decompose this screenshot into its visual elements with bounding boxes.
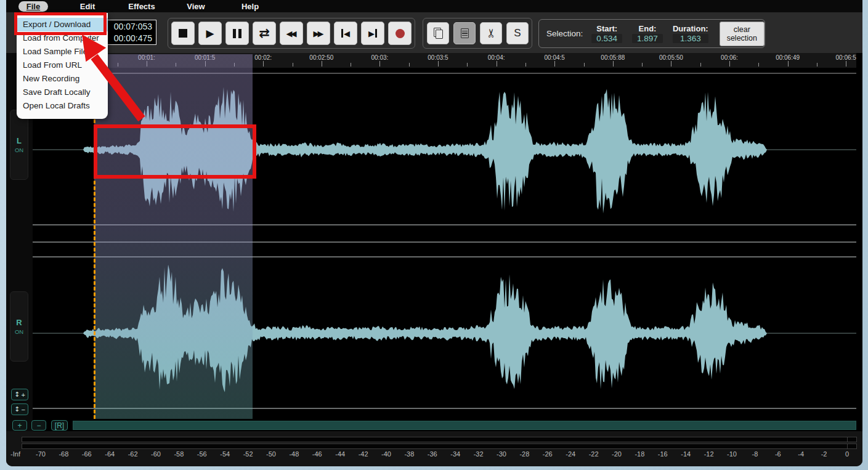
- menu-effects[interactable]: Effects: [115, 2, 169, 11]
- level-meter: -Inf-70-68-66-64-62-60-58-56-54-52-50-48…: [6, 431, 862, 466]
- zoom-out-button[interactable]: −: [31, 420, 46, 431]
- zoom-in-button[interactable]: +: [12, 420, 27, 431]
- trim-button[interactable]: S: [506, 22, 529, 44]
- ruler-minor-tick: [700, 63, 701, 67]
- meter-db-label: -24: [566, 450, 575, 458]
- ruler-minor-tick: [467, 63, 468, 67]
- channel-left-label: L: [17, 136, 22, 145]
- ruler-minor-tick: [234, 63, 235, 67]
- zoom-reset-button[interactable]: [R]: [51, 420, 68, 431]
- vertical-zoom-in-button[interactable]: ↕ +: [11, 389, 28, 400]
- ruler-major-tick: [613, 61, 614, 67]
- fast-forward-icon: ▶▶: [315, 30, 322, 38]
- meter-db-label: -40: [381, 450, 391, 458]
- v-arrows-icon: ↕: [14, 391, 20, 399]
- ruler-major-tick: [379, 61, 380, 67]
- meter-db-label: -16: [658, 450, 668, 458]
- channel-strip-left[interactable]: L ON: [10, 110, 28, 180]
- meter-db-label: -64: [105, 450, 115, 458]
- play-button[interactable]: ▶: [198, 22, 222, 45]
- file-menu-dropdown: Export / DownloadLoad from ComputerLoad …: [17, 13, 108, 119]
- ruler-label: 00:06:5: [836, 54, 856, 61]
- loop-button[interactable]: ⇄: [253, 22, 276, 45]
- ruler-major-tick: [205, 61, 206, 67]
- menu-help[interactable]: Help: [223, 2, 277, 11]
- record-icon: [395, 29, 405, 38]
- menu-item-load-from-computer[interactable]: Load from Computer: [17, 31, 108, 45]
- clipboard-tools: ✂S: [423, 18, 532, 49]
- pause-button[interactable]: [225, 22, 249, 45]
- menu-item-load-from-url[interactable]: Load From URL: [17, 59, 108, 72]
- record-button[interactable]: [388, 22, 412, 45]
- channel-right-state: ON: [15, 328, 23, 335]
- meter-db-label: -56: [197, 450, 207, 458]
- timeline-ruler[interactable]: 00:01:00:01:500:02:00:02:5000:03:00:03:5…: [33, 53, 856, 68]
- stop-button[interactable]: [171, 22, 195, 45]
- ruler-label: 00:04:: [488, 54, 505, 61]
- trim-icon: S: [514, 27, 521, 39]
- ruler-major-tick: [263, 61, 264, 67]
- meter-db-label: -34: [450, 450, 460, 458]
- meter-db-label: -38: [404, 450, 414, 458]
- menu-item-load-sample-file[interactable]: Load Sample File: [17, 45, 108, 59]
- selection-duration: Duration:1.363: [673, 24, 708, 43]
- copy-button[interactable]: [427, 22, 449, 44]
- meter-bar-right: [22, 444, 857, 449]
- scissors-icon: ✂: [484, 28, 498, 38]
- paste-icon: [461, 28, 469, 38]
- fast-forward-button[interactable]: ▶▶: [307, 22, 330, 45]
- meter-db-label: -50: [266, 450, 276, 458]
- ruler-minor-tick: [525, 63, 526, 67]
- meter-db-label: -70: [36, 450, 46, 458]
- menu-item-save-draft-locally[interactable]: Save Draft Locally: [17, 86, 108, 99]
- ruler-label: 00:04:5: [545, 54, 565, 61]
- cut-button[interactable]: ✂: [480, 22, 502, 44]
- meter-db-label: -66: [82, 450, 92, 458]
- selection-label: Selection:: [546, 29, 583, 38]
- menu-view[interactable]: View: [169, 2, 223, 11]
- pause-icon: [233, 29, 241, 38]
- ruler-major-tick: [671, 61, 671, 67]
- menu-file[interactable]: File: [6, 1, 60, 12]
- transport-controls: ▶⇄◀◀▶▶◀▶: [168, 18, 415, 49]
- waveform-canvas[interactable]: [33, 68, 856, 419]
- meter-db-label: -68: [59, 450, 68, 458]
- menu-item-export-download[interactable]: Export / Download: [17, 18, 108, 31]
- vertical-zoom-out-button[interactable]: ↕ −: [11, 403, 28, 415]
- meter-db-label: -22: [589, 450, 599, 458]
- horizontal-scrollbar[interactable]: [73, 421, 856, 430]
- meter-db-label: -4: [798, 450, 804, 458]
- skip-to-start-button[interactable]: ◀: [334, 22, 357, 45]
- vzoom-out-sign: −: [21, 406, 25, 413]
- channel-strip-right[interactable]: R ON: [10, 291, 28, 362]
- meter-db-label: -8: [752, 450, 758, 458]
- skip-to-end-button[interactable]: ▶: [361, 22, 384, 45]
- clear-selection-button[interactable]: clear selection: [720, 22, 765, 46]
- selection-panel: Selection: Start:0.534End:1.897Duration:…: [538, 19, 765, 48]
- menu-item-open-local-drafts[interactable]: Open Local Drafts: [17, 99, 108, 113]
- v-arrows-icon: ↕: [14, 405, 20, 413]
- ruler-label: 00:02:50: [309, 54, 333, 61]
- meter-db-label: -48: [289, 450, 299, 458]
- meter-db-label: -54: [220, 450, 230, 458]
- menu-item-new-recording[interactable]: New Recording: [17, 72, 108, 86]
- meter-db-label: -60: [151, 450, 161, 458]
- waveform-L: [83, 87, 767, 213]
- channel-left-state: ON: [15, 147, 23, 153]
- meter-db-label: -10: [727, 450, 737, 458]
- ruler-label: 00:05:88: [601, 54, 625, 61]
- ruler-major-tick: [729, 61, 730, 67]
- meter-db-label: -12: [704, 450, 714, 458]
- channel-right-label: R: [16, 318, 22, 327]
- ruler-label: 00:05:50: [659, 54, 683, 61]
- ruler-minor-tick: [293, 63, 293, 67]
- meter-db-label: -62: [128, 450, 138, 458]
- meter-db-label: -14: [681, 450, 691, 458]
- meter-db-label: -36: [428, 450, 437, 458]
- clip-indicator: [847, 444, 856, 449]
- paste-button[interactable]: [453, 22, 476, 44]
- menu-edit[interactable]: Edit: [60, 2, 115, 11]
- ruler-minor-tick: [118, 63, 118, 67]
- meter-db-label: -44: [335, 450, 345, 458]
- rewind-button[interactable]: ◀◀: [280, 22, 303, 45]
